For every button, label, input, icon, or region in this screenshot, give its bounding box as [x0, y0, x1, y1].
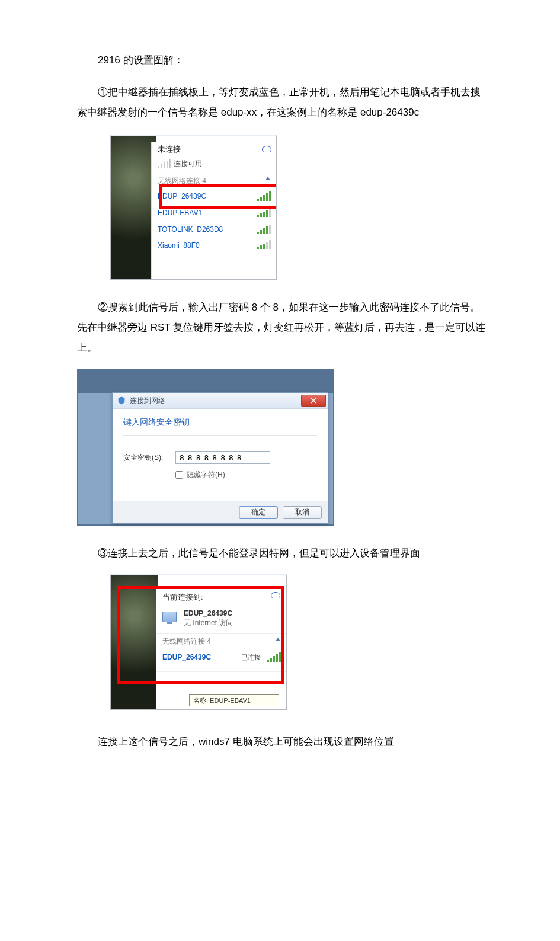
ssid-label: EDUP-EBAV1 [158, 209, 202, 217]
no-internet-label: 无 Internet 访问 [184, 618, 233, 628]
desktop-fragment [111, 575, 158, 709]
hide-chars-label: 隐藏字符(H) [187, 470, 225, 480]
cancel-button[interactable]: 取消 [283, 506, 322, 519]
refresh-icon[interactable] [262, 146, 271, 153]
wifi-item-totolink[interactable]: TOTOLINK_D263D8 [152, 221, 276, 238]
signal-strength-icon [257, 240, 270, 249]
wifi-item-xiaomi[interactable]: Xiaomi_88F0 [152, 238, 276, 249]
signal-strength-icon [267, 652, 280, 662]
monitor-icon [162, 612, 178, 625]
step-4: 连接上这个信号之后，winds7 电脑系统上可能会出现设置网络位置 [77, 732, 486, 752]
wifi-item-edup-26439c[interactable]: EDUP_26439C [152, 188, 276, 204]
dialog-section-heading: 键入网络安全密钥 [123, 417, 317, 436]
desktop-fragment [111, 136, 156, 279]
security-key-label: 安全密钥(S): [123, 453, 166, 463]
security-key-input[interactable] [175, 451, 270, 464]
chevron-up-icon [276, 638, 280, 641]
connection-available-label: 连接可用 [174, 159, 202, 169]
refresh-icon[interactable] [271, 592, 280, 599]
signal-strength-icon [257, 225, 270, 234]
doc-title: 2916 的设置图解： [77, 50, 486, 71]
step-3: ③连接上去之后，此信号是不能登录因特网，但是可以进入设备管理界面 [77, 543, 486, 564]
current-ssid: EDUP_26439C [184, 609, 233, 618]
figure-1-wifi-list: 未连接 连接可用 无线网络连接 4 EDUP_26439C EDUP- [110, 135, 277, 280]
figure-3-wifi-connected: 当前连接到: EDUP_26439C 无 Internet 访问 无线网络连接 … [110, 574, 287, 710]
close-icon [311, 398, 316, 404]
wireless-section-label: 无线网络连接 4 [162, 637, 211, 645]
shield-icon [117, 396, 126, 405]
ok-button[interactable]: 确定 [239, 506, 278, 519]
dialog-title-label: 连接到网络 [130, 396, 165, 406]
step-2: ②搜索到此信号后，输入出厂密码 8 个 8，如果在这一步输入此密码连接不了此信号… [77, 297, 486, 358]
ssid-label: EDUP_26439C [162, 653, 211, 661]
wifi-item-edup-ebav1[interactable]: EDUP-EBAV1 [152, 204, 276, 221]
close-button[interactable] [301, 395, 326, 407]
signal-strength-icon [257, 208, 270, 217]
no-connection-icon [158, 159, 169, 168]
tooltip-fragment: 名称: EDUP-EBAV1 [189, 694, 279, 706]
wireless-section-label: 无线网络连接 4 [158, 177, 206, 185]
status-connected-label: 已连接 [241, 654, 261, 661]
current-connection: EDUP_26439C 无 Internet 访问 [156, 605, 286, 633]
wifi-item-connected[interactable]: EDUP_26439C 已连接 [156, 649, 286, 665]
hide-chars-checkbox[interactable] [175, 471, 183, 479]
figure-2-password-dialog: 连接到网络 键入网络安全密钥 安全密钥(S): 隐藏字符(H) [77, 369, 334, 526]
currently-connected-label: 当前连接到: [162, 592, 203, 603]
ssid-label: Xiaomi_88F0 [158, 241, 200, 249]
chevron-up-icon [265, 177, 270, 180]
ssid-label: TOTOLINK_D263D8 [158, 225, 223, 233]
wifi-not-connected-label: 未连接 [158, 144, 181, 155]
signal-strength-icon [257, 191, 270, 201]
ssid-label: EDUP_26439C [158, 192, 206, 200]
step-1: ①把中继器插在插线板上，等灯变成蓝色，正常开机，然后用笔记本电脑或者手机去搜索中… [77, 82, 486, 123]
